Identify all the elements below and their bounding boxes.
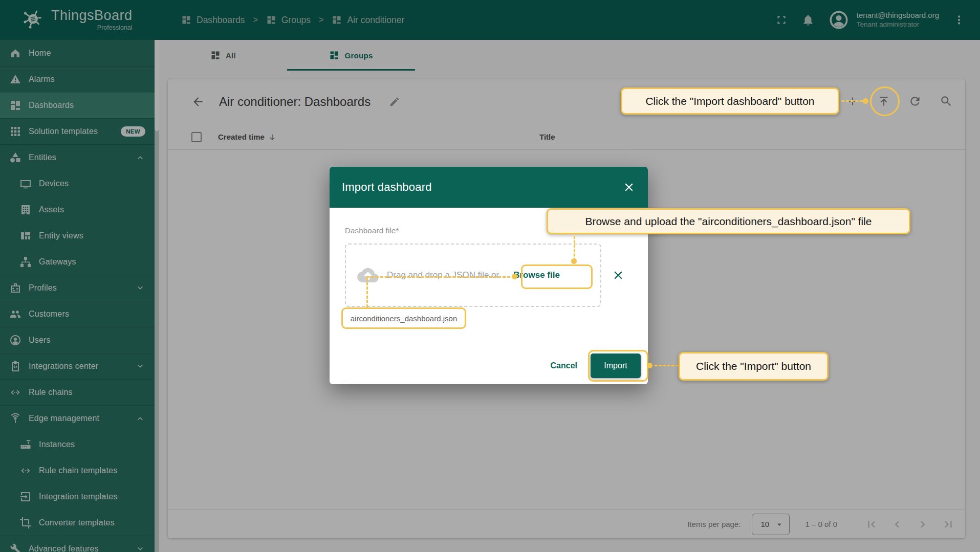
dropzone-text: Drag and drop a JSON file or [387,270,499,280]
cloud-upload-icon [357,264,379,286]
callout-browse-file: Browse and upload the "airconditioners_d… [547,208,910,234]
connector-line [655,365,679,366]
dialog-title: Import dashboard [342,181,432,194]
upload-highlight-ring [870,86,900,116]
connector-line [574,236,575,261]
close-icon[interactable] [622,181,636,194]
app-window: ThingsBoard Professional Dashboards>Grou… [0,0,980,552]
dialog-header: Import dashboard [330,167,648,208]
browse-file-highlight [521,264,593,289]
annotation-dot [571,258,577,264]
file-name-chip: airconditioners_dashboard.json [341,307,466,329]
clear-file-icon[interactable] [612,269,625,282]
import-button-highlight [588,350,648,382]
callout-import-dashboard: Click the "Import dashboard" button [621,87,839,115]
annotation-dot [647,363,652,368]
annotation-dot [512,274,517,279]
connector-line [841,100,863,102]
cancel-button[interactable]: Cancel [551,361,577,370]
connector-line [366,278,368,307]
callout-import: Click the "Import" button [679,352,829,381]
connector-line [366,276,515,278]
annotation-dot [863,98,868,104]
